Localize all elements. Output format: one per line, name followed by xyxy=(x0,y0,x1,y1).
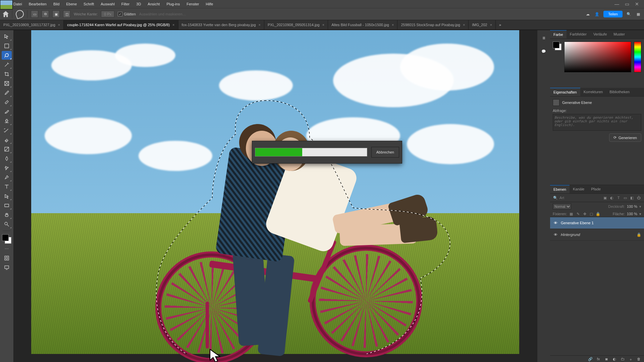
shape-tool[interactable] xyxy=(2,201,12,210)
window-close-icon[interactable]: ✕ xyxy=(632,1,642,7)
filter-type-icon[interactable]: T xyxy=(616,195,621,200)
frame-tool[interactable] xyxy=(2,79,12,88)
hue-slider[interactable] xyxy=(634,42,641,72)
refine-edge-button[interactable]: Auswählen und maskieren… xyxy=(139,12,186,16)
color-spectrum[interactable] xyxy=(564,42,631,72)
object-select-tool[interactable] xyxy=(2,60,12,69)
menu-filter[interactable]: Filter xyxy=(118,1,133,7)
feather-input[interactable]: 0 Px xyxy=(101,11,114,17)
history-brush-tool[interactable] xyxy=(2,126,12,135)
cancel-button[interactable]: Abbrechen xyxy=(371,147,399,158)
tool-preset-icon[interactable] xyxy=(15,9,25,19)
lock-artboard-icon[interactable]: ▢ xyxy=(589,212,594,216)
tab-overflow-icon[interactable]: » xyxy=(496,20,504,29)
lock-pixels-icon[interactable]: ▦ xyxy=(569,212,574,216)
antialias-checkbox[interactable]: Glätten xyxy=(118,12,136,16)
dodge-tool[interactable] xyxy=(2,164,12,172)
close-tab-icon[interactable]: × xyxy=(392,23,394,27)
type-tool[interactable] xyxy=(2,182,12,191)
panel-tab-farbe[interactable]: Farbe xyxy=(550,30,567,39)
window-minimize-icon[interactable]: — xyxy=(612,1,622,7)
lock-all-icon[interactable]: 🔒 xyxy=(596,212,600,216)
menu-auswahl[interactable]: Auswahl xyxy=(97,1,118,7)
blur-tool[interactable] xyxy=(2,154,12,163)
share-button[interactable]: Teilen xyxy=(603,11,623,17)
comments-panel-icon[interactable]: 💬 xyxy=(540,48,547,55)
panel-tab-pfade[interactable]: Pfade xyxy=(588,185,604,193)
window-restore-icon[interactable]: ▭ xyxy=(622,1,632,7)
prompt-input[interactable] xyxy=(553,114,641,131)
opacity-value[interactable]: 100 % xyxy=(627,204,637,208)
menu-fenster[interactable]: Fenster xyxy=(183,1,202,7)
panel-tab-bibliotheken[interactable]: Bibliotheken xyxy=(606,88,633,96)
quickmask-tool[interactable] xyxy=(2,254,12,262)
close-tab-icon[interactable]: × xyxy=(490,23,492,27)
new-group-icon[interactable]: 🗀 xyxy=(620,357,625,362)
menu-ebene[interactable]: Ebene xyxy=(63,1,80,7)
document-tab[interactable]: Altes Bild Fussball - 1050x1500.jpg× xyxy=(328,20,397,29)
close-tab-icon[interactable]: × xyxy=(322,23,324,27)
zoom-tool[interactable] xyxy=(2,220,12,229)
document-tab[interactable]: PXL_20210908_095051314.jpg× xyxy=(264,20,328,29)
opacity-chevron-icon[interactable]: ▾ xyxy=(639,204,641,209)
layer-filter-type[interactable]: Art xyxy=(559,196,564,200)
fgbg-swatch[interactable] xyxy=(553,42,561,50)
selection-new-icon[interactable]: ▭ xyxy=(31,10,38,18)
selection-add-icon[interactable]: ⧉ xyxy=(42,10,49,18)
panel-tab-farbfelder[interactable]: Farbfelder xyxy=(567,30,590,39)
lock-paint-icon[interactable]: ✎ xyxy=(576,212,580,216)
layer-name[interactable]: Generative Ebene 1 xyxy=(561,221,641,225)
document-tab[interactable]: fox-1540833 Yvette van den Berg pixabay.… xyxy=(178,20,264,29)
menu-hilfe[interactable]: Hilfe xyxy=(202,1,216,7)
edit-toolbar[interactable] xyxy=(2,244,12,253)
add-mask-icon[interactable]: ◙ xyxy=(604,357,609,362)
lock-position-icon[interactable]: ✥ xyxy=(582,212,587,216)
menu-3d[interactable]: 3D xyxy=(133,1,144,7)
menu-ansicht[interactable]: Ansicht xyxy=(144,1,163,7)
blend-mode-select[interactable]: Normal xyxy=(553,203,571,209)
selection-intersect-icon[interactable]: ◫ xyxy=(63,10,70,18)
path-select-tool[interactable] xyxy=(2,192,12,200)
pen-tool[interactable] xyxy=(2,173,12,182)
visibility-icon[interactable]: 👁 xyxy=(553,233,558,237)
hand-tool[interactable] xyxy=(2,210,12,219)
panel-tab-kanäle[interactable]: Kanäle xyxy=(570,185,588,193)
layer-name[interactable]: Hintergrund xyxy=(561,233,634,237)
fill-chevron-icon[interactable]: ▾ xyxy=(639,212,641,216)
gradient-tool[interactable] xyxy=(2,145,12,154)
selection-subtract-icon[interactable]: ▣ xyxy=(52,10,60,18)
layer-row[interactable]: 👁Hintergrund🔒 xyxy=(550,229,644,241)
close-tab-icon[interactable]: × xyxy=(172,23,174,27)
history-panel-icon[interactable]: ≣ xyxy=(540,34,547,42)
eyedropper-tool[interactable] xyxy=(2,88,12,97)
panel-tab-muster[interactable]: Muster xyxy=(610,30,628,39)
fill-value[interactable]: 100 % xyxy=(627,212,637,216)
panel-tab-eigenschaften[interactable]: Eigenschaften xyxy=(550,88,580,96)
layer-fx-icon[interactable]: fx xyxy=(596,357,601,362)
filter-adjust-icon[interactable]: ◐ xyxy=(609,195,614,200)
lasso-tool[interactable] xyxy=(2,51,12,60)
menu-bild[interactable]: Bild xyxy=(50,1,63,7)
move-tool[interactable] xyxy=(2,32,12,41)
new-layer-icon[interactable]: ＋ xyxy=(628,357,633,362)
eraser-tool[interactable] xyxy=(2,135,12,144)
canvas[interactable] xyxy=(31,30,519,354)
panel-tab-ebenen[interactable]: Ebenen xyxy=(550,185,570,193)
close-tab-icon[interactable]: × xyxy=(463,23,465,27)
document-tab[interactable]: IMG_202× xyxy=(469,20,496,29)
link-layers-icon[interactable]: 🔗 xyxy=(588,357,593,362)
marquee-tool[interactable] xyxy=(2,42,12,50)
fgbg-swatch[interactable] xyxy=(2,234,11,244)
crop-tool[interactable] xyxy=(2,70,12,78)
home-icon[interactable] xyxy=(3,11,9,17)
menu-bearbeiten[interactable]: Bearbeiten xyxy=(25,1,50,7)
brush-tool[interactable] xyxy=(2,107,12,116)
panel-tab-verläufe[interactable]: Verläufe xyxy=(590,30,610,39)
workspace-icon[interactable]: ▦ xyxy=(635,11,641,17)
document-tab[interactable]: PXL_20210809_100117327.jpg× xyxy=(0,20,64,29)
menu-plug-ins[interactable]: Plug-ins xyxy=(163,1,183,7)
screenmode-tool[interactable] xyxy=(2,263,12,272)
search-icon[interactable]: 🔍 xyxy=(626,11,632,17)
filter-toggle-icon[interactable]: ⏻ xyxy=(636,195,641,200)
visibility-icon[interactable]: 👁 xyxy=(553,221,558,225)
